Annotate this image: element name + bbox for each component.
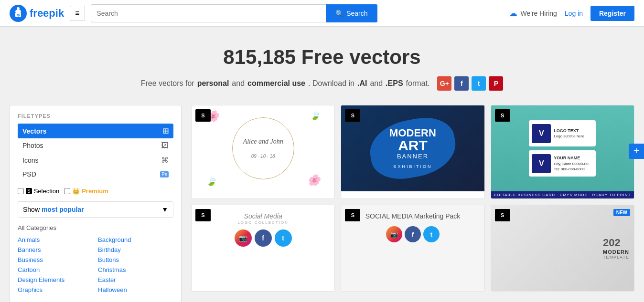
search-icon: 🔍	[335, 10, 343, 17]
all-categories-link[interactable]: All Categories	[18, 224, 173, 231]
selection-badge: S	[26, 188, 32, 194]
facebook-logo: f	[255, 229, 272, 247]
twitter-icon[interactable]: t	[472, 76, 486, 91]
creative-text: 202 MODERN TEMPLATE	[603, 237, 629, 260]
card-badge-4: S	[195, 209, 211, 221]
premium-checkbox[interactable]	[64, 188, 70, 194]
content-area: S 🌸 🍃 🍃 🌸 Alice and John ———————— 09 · 1…	[191, 105, 634, 302]
marketing-title: SOCIAL MEDIA Marketing Pack	[365, 212, 461, 220]
chevron-down-icon: ▼	[161, 206, 168, 213]
card-badge-5: S	[345, 209, 360, 221]
biz-logo: V	[532, 124, 551, 143]
floral-ring: Alice and John ———————— 09 · 10 · 18	[232, 117, 294, 179]
cat-business[interactable]: Business	[18, 255, 93, 264]
card-image-6: 202 MODERN TEMPLATE	[491, 205, 634, 291]
floral-date: 09 · 10 · 18	[251, 154, 275, 159]
menu-button[interactable]: ≡	[70, 6, 85, 21]
card-caption-3: EDITABLE BUSINESS CARD · CMYK MODE · REA…	[491, 191, 634, 198]
social-share-icons: G+ f t P	[437, 76, 503, 91]
header: fp freepik ≡ 🔍 Search ☁ We're Hiring Log…	[0, 0, 644, 27]
card-image-3: V LOGO TEXT Logo subtitle here V	[491, 105, 634, 191]
mkt-ig-icon: 📷	[386, 226, 402, 242]
biz-card-bottom-white: V YOUR NAME City, State 00000-00 Tel: 00…	[529, 150, 596, 177]
filetype-icons[interactable]: Icons ⌘	[18, 153, 173, 167]
image-card-3[interactable]: S V LOGO TEXT Logo subtitle here	[491, 105, 634, 199]
plus-button[interactable]: +	[629, 144, 644, 159]
hero-title: 815,185 Free vectors	[10, 46, 634, 69]
hiring-link[interactable]: ☁ We're Hiring	[509, 8, 557, 19]
hero-section: 815,185 Free vectors Free vectors for pe…	[0, 27, 644, 105]
premium-filter[interactable]: 👑 Premium	[64, 187, 108, 195]
social-icons-row: 📷 f t	[235, 229, 292, 247]
psd-icon: Ps	[160, 171, 169, 177]
art-modern-text: MODERN	[389, 128, 436, 138]
sidebar: FILETYPES Vectors ⊞ Photos 🖼 Icons ⌘ PSD…	[10, 105, 182, 302]
filetypes-title: FILETYPES	[18, 113, 173, 119]
image-card-4[interactable]: S Social Media LOGO COLLECTION 📷 f t	[191, 205, 335, 292]
svg-point-2	[17, 7, 20, 10]
image-card-6[interactable]: S NEW 202 MODERN TEMPLATE	[491, 205, 634, 292]
search-bar: 🔍 Search	[91, 4, 377, 22]
card-badge-6: S	[495, 209, 510, 221]
cat-graphics[interactable]: Graphics	[18, 285, 93, 294]
image-card-1[interactable]: S 🌸 🍃 🍃 🌸 Alice and John ———————— 09 · 1…	[191, 105, 335, 199]
logo-link[interactable]: fp freepik	[10, 5, 64, 22]
selection-filter[interactable]: S Selection	[18, 187, 59, 195]
filetype-vectors[interactable]: Vectors ⊞	[18, 124, 173, 138]
card-image-4: Social Media LOGO COLLECTION 📷 f t	[192, 205, 334, 291]
cat-easter[interactable]: Easter	[98, 275, 173, 284]
facebook-icon[interactable]: f	[454, 76, 469, 91]
card-image-1: 🌸 🍃 🍃 🌸 Alice and John ———————— 09 · 10 …	[192, 105, 334, 191]
filetype-psd[interactable]: PSD Ps	[18, 167, 173, 181]
mkt-fb-icon: f	[405, 226, 421, 242]
categories-section: All Categories Animals Background Banner…	[18, 224, 173, 294]
creative-template: TEMPLATE	[603, 255, 629, 260]
cat-christmas[interactable]: Christmas	[98, 265, 173, 274]
icons-icon: ⌘	[161, 156, 169, 165]
filetype-photos[interactable]: Photos 🖼	[18, 138, 173, 153]
card-badge-3: S	[495, 109, 510, 122]
photos-icon: 🖼	[161, 141, 169, 150]
show-popular-dropdown[interactable]: Show most popular ▼	[18, 201, 173, 218]
biz-your-name: YOUR NAME City, State 00000-00 Tel: 000-…	[554, 155, 588, 172]
google-plus-icon[interactable]: G+	[437, 76, 451, 91]
marketing-icons: 📷 f t	[386, 226, 440, 242]
cat-background[interactable]: Background	[98, 235, 173, 244]
filetype-list: Vectors ⊞ Photos 🖼 Icons ⌘ PSD Ps	[18, 124, 173, 181]
header-right: ☁ We're Hiring Log in Register	[509, 6, 634, 21]
social-subtitle: LOGO COLLECTION	[237, 220, 288, 225]
card-image-5: SOCIAL MEDIA Marketing Pack 📷 f t	[341, 205, 484, 291]
creative-year: 202	[603, 237, 629, 249]
cat-banners[interactable]: Banners	[18, 245, 93, 254]
image-card-5[interactable]: S SOCIAL MEDIA Marketing Pack 📷 f t	[341, 205, 484, 292]
filter-row: S Selection 👑 Premium	[18, 187, 173, 195]
floral-title: Alice and John	[243, 138, 283, 146]
selection-checkbox[interactable]	[18, 188, 24, 194]
flower-deco-bl: 🍃	[206, 176, 216, 187]
search-input[interactable]	[91, 4, 326, 22]
art-exhibition-text: EXHIBITION	[389, 162, 436, 169]
cat-design-elements[interactable]: Design Elements	[18, 275, 93, 284]
search-button[interactable]: 🔍 Search	[326, 4, 377, 22]
register-button[interactable]: Register	[590, 6, 634, 21]
svg-text:fp: fp	[17, 13, 20, 17]
creative-modern: MODERN	[603, 249, 629, 255]
biz-info: LOGO TEXT Logo subtitle here	[554, 128, 584, 139]
floral-divider: ————————	[248, 147, 279, 152]
cat-cartoon[interactable]: Cartoon	[18, 265, 93, 274]
logo-icon: fp	[10, 5, 27, 22]
image-card-2[interactable]: S MODERN ART BANNER EXHIBITION	[341, 105, 484, 199]
card-image-2: MODERN ART BANNER EXHIBITION	[341, 105, 484, 191]
new-badge: NEW	[613, 209, 630, 216]
cat-birthday[interactable]: Birthday	[98, 245, 173, 254]
twitter-logo: t	[275, 229, 292, 247]
crown-icon: 👑	[72, 187, 80, 195]
pinterest-icon[interactable]: P	[489, 76, 503, 91]
cat-halloween[interactable]: Halloween	[98, 285, 173, 294]
mkt-tw-icon: t	[423, 226, 440, 242]
categories-grid: Animals Background Banners Birthday Busi…	[18, 235, 173, 294]
login-link[interactable]: Log in	[565, 10, 583, 17]
cat-animals[interactable]: Animals	[18, 235, 93, 244]
cat-buttons[interactable]: Buttons	[98, 255, 173, 264]
art-art-text: ART	[389, 138, 436, 153]
